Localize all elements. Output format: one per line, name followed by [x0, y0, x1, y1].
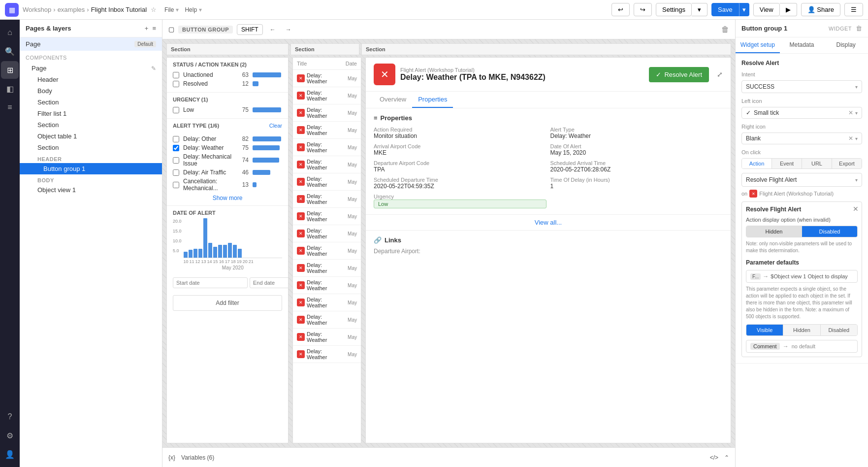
- variables-label[interactable]: Variables (6): [181, 454, 214, 461]
- config-tab-widget-setup[interactable]: Widget setup: [736, 37, 780, 53]
- list-item[interactable]: ✕ Delay:Weather May: [293, 294, 361, 311]
- add-page-button[interactable]: +: [145, 25, 149, 32]
- list-item[interactable]: ✕ Delay:Weather May: [293, 191, 361, 208]
- tree-button-group[interactable]: Button group 1: [20, 163, 162, 174]
- list-item[interactable]: ✕ Delay:Weather May: [293, 260, 361, 277]
- right-icon-clear-button[interactable]: ✕: [848, 135, 853, 142]
- right-icon-select[interactable]: Blank ✕ ▾: [741, 133, 862, 144]
- tree-object-table[interactable]: Object table 1: [20, 131, 162, 142]
- list-item[interactable]: ✕ Delay:Weather May: [293, 156, 361, 173]
- delay-weather-checkbox[interactable]: [173, 145, 179, 151]
- shift-button[interactable]: SHIFT: [237, 24, 263, 35]
- vis-hidden-tab[interactable]: Hidden: [783, 325, 820, 335]
- clear-button[interactable]: Clear: [269, 123, 282, 132]
- help-menu[interactable]: Help: [185, 6, 197, 13]
- config-tab-metadata[interactable]: Metadata: [780, 37, 824, 53]
- page-item[interactable]: Page Default: [20, 37, 162, 51]
- tree-filter-list[interactable]: Filter list 1: [20, 108, 162, 119]
- on-click-action-tab[interactable]: Action: [742, 159, 772, 168]
- display-disabled-tab[interactable]: Disabled: [802, 226, 857, 237]
- add-filter-button[interactable]: Add filter: [173, 295, 282, 311]
- tree-page[interactable]: Page ✎: [20, 63, 162, 74]
- code-icon[interactable]: </>: [710, 454, 718, 461]
- tree-object-view[interactable]: Object view 1: [20, 184, 162, 196]
- delay-mechanical-checkbox[interactable]: [173, 157, 179, 164]
- left-icon-clear-button[interactable]: ✕: [848, 109, 853, 116]
- left-icon-select[interactable]: ✓ Small tick ✕ ▾: [741, 107, 862, 119]
- low-checkbox[interactable]: [173, 107, 179, 113]
- list-item[interactable]: ✕ Delay:Weather May: [293, 104, 361, 122]
- tree-header[interactable]: Header: [20, 74, 162, 85]
- vis-disabled-tab[interactable]: Disabled: [821, 325, 857, 335]
- config-tab-display[interactable]: Display: [824, 37, 868, 53]
- breadcrumb-examples[interactable]: examples: [58, 6, 85, 13]
- vis-visible-tab[interactable]: Visible: [746, 325, 783, 335]
- list-item[interactable]: ✕ Delay:Weather May: [293, 311, 361, 329]
- delete-button[interactable]: 🗑: [721, 25, 729, 34]
- right-arrow-button[interactable]: →: [283, 25, 294, 34]
- redo-button[interactable]: ↪: [634, 3, 652, 16]
- tab-overview[interactable]: Overview: [374, 92, 412, 108]
- save-dropdown-button[interactable]: ▾: [739, 3, 749, 16]
- view-button[interactable]: View: [753, 3, 780, 16]
- star-icon[interactable]: ☆: [151, 6, 157, 13]
- nav-user[interactable]: 👤: [1, 445, 19, 463]
- left-icon-dropdown-arrow: ▾: [855, 110, 858, 116]
- list-item[interactable]: ✕ Delay:Weather May: [293, 70, 361, 87]
- view-play-button[interactable]: ▶: [780, 3, 797, 16]
- list-item[interactable]: ✕ Delay:Weather May: [293, 122, 361, 139]
- on-click-event-tab[interactable]: Event: [772, 159, 802, 168]
- left-arrow-button[interactable]: ←: [267, 25, 279, 34]
- breadcrumb-workshop[interactable]: Workshop: [23, 6, 51, 13]
- param-row[interactable]: F... → $Object view 1 Object to display: [746, 270, 858, 283]
- display-hidden-tab[interactable]: Hidden: [746, 226, 802, 237]
- delay-air-checkbox[interactable]: [173, 169, 179, 176]
- resolved-checkbox[interactable]: [173, 81, 179, 87]
- config-close-icon[interactable]: 🗑: [856, 25, 862, 32]
- show-more-button[interactable]: Show more: [213, 193, 243, 203]
- undo-button[interactable]: ↩: [611, 3, 630, 16]
- nav-pages[interactable]: ⊞: [1, 61, 19, 79]
- share-button[interactable]: 👤 Share: [801, 3, 840, 16]
- action-select[interactable]: Resolve Flight Alert ▾: [741, 173, 862, 187]
- menu-button[interactable]: ☰: [844, 3, 863, 16]
- start-date-input[interactable]: [173, 277, 248, 288]
- settings-dropdown-button[interactable]: ▾: [692, 3, 707, 16]
- pages-menu-button[interactable]: ≡: [152, 25, 156, 32]
- list-item[interactable]: ✕ Delay:Weather May: [293, 225, 361, 242]
- resolve-action-close-button[interactable]: ✕: [853, 205, 859, 213]
- view-all-button[interactable]: View all...: [366, 215, 731, 231]
- tree-section-2[interactable]: Section: [20, 119, 162, 131]
- expand-bottom-icon[interactable]: ⌃: [724, 454, 729, 461]
- list-item[interactable]: ✕ Delay:Weather May: [293, 242, 361, 260]
- intent-select[interactable]: SUCCESS ▾: [741, 80, 862, 93]
- list-item[interactable]: ✕ Delay:Weather May: [293, 139, 361, 156]
- on-click-export-tab[interactable]: Export: [832, 159, 862, 168]
- list-item[interactable]: ✕ Delay:Weather May: [293, 346, 361, 363]
- list-item[interactable]: ✕ Delay:Weather May: [293, 208, 361, 225]
- file-menu[interactable]: File: [164, 6, 174, 13]
- tree-body[interactable]: Body: [20, 85, 162, 97]
- tree-section-1[interactable]: Section: [20, 97, 162, 108]
- tab-properties[interactable]: Properties: [412, 92, 453, 108]
- nav-settings-side[interactable]: ⚙: [1, 427, 19, 444]
- nav-home[interactable]: ⌂: [1, 24, 19, 41]
- nav-search[interactable]: 🔍: [1, 42, 19, 60]
- save-button[interactable]: Save: [711, 3, 739, 16]
- cancellation-checkbox[interactable]: [173, 182, 179, 188]
- on-click-url-tab[interactable]: URL: [802, 159, 832, 168]
- delay-other-checkbox[interactable]: [173, 136, 179, 142]
- expand-icon[interactable]: ⤢: [717, 70, 723, 78]
- list-item[interactable]: ✕ Delay:Weather May: [293, 277, 361, 294]
- settings-button[interactable]: Settings: [656, 3, 692, 16]
- nav-data[interactable]: ≡: [1, 99, 19, 116]
- unactioned-checkbox[interactable]: [173, 72, 179, 78]
- list-item[interactable]: ✕ Delay:Weather May: [293, 87, 361, 104]
- list-item[interactable]: ✕ Delay:Weather May: [293, 329, 361, 346]
- list-item[interactable]: ✕ Delay:Weather May: [293, 173, 361, 191]
- resolve-alert-button[interactable]: ✓ Resolve Alert: [649, 67, 709, 82]
- tree-section-3[interactable]: Section: [20, 142, 162, 153]
- nav-components[interactable]: ◧: [1, 80, 19, 98]
- end-date-input[interactable]: [250, 277, 289, 288]
- nav-help[interactable]: ?: [1, 408, 19, 426]
